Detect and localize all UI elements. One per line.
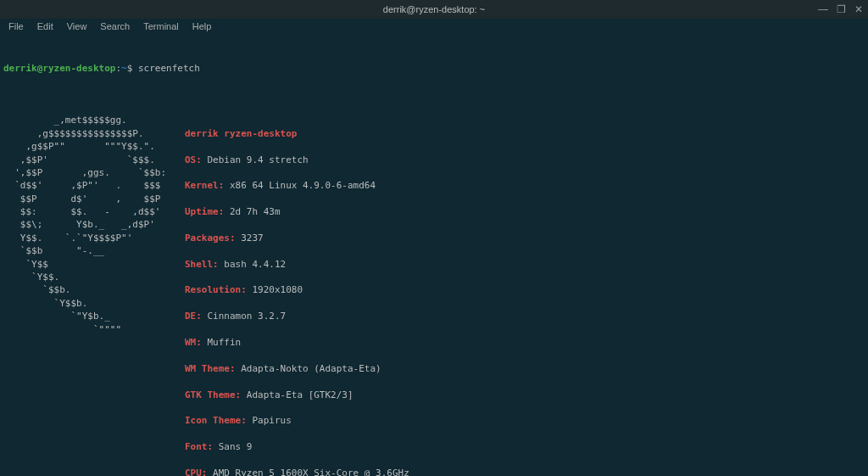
info-header: derrik ryzen-desktop [185, 128, 297, 139]
cpu-key: CPU: [185, 468, 208, 476]
de-val: Cinnamon 3.2.7 [202, 311, 286, 322]
de-key: DE: [185, 311, 202, 322]
os-val: Debian 9.4 stretch [202, 154, 309, 165]
icontheme-val: Papirus [247, 415, 292, 426]
gtktheme-val: Adapta-Eta [GTK2/3] [241, 389, 353, 400]
uptime-key: Uptime: [185, 206, 224, 217]
cpu-val: AMD Ryzen 5 1600X Six-Core @ 3.6GHz [207, 468, 409, 476]
titlebar: derrik@ryzen-desktop: ~ — ❐ ✕ [0, 0, 868, 19]
font-val: Sans 9 [213, 441, 252, 452]
menu-edit[interactable]: Edit [32, 21, 58, 31]
menu-view[interactable]: View [62, 21, 92, 31]
menu-search[interactable]: Search [95, 21, 135, 31]
packages-key: Packages: [185, 232, 236, 244]
menu-file[interactable]: File [3, 21, 29, 31]
wm-key: WM: [185, 337, 202, 348]
prompt-dollar: $ [127, 63, 133, 74]
uptime-val: 2d 7h 43m [224, 206, 280, 217]
close-icon[interactable]: ✕ [854, 3, 863, 15]
maximize-icon[interactable]: ❐ [837, 3, 846, 15]
resolution-key: Resolution: [185, 284, 247, 295]
wmtheme-val: Adapta-Nokto (Adapta-Eta) [236, 363, 381, 374]
kernel-val: x86 64 Linux 4.9.0-6-amd64 [224, 180, 376, 191]
prompt-path: ~ [121, 63, 127, 74]
icontheme-key: Icon Theme: [185, 415, 247, 426]
prompt-userhost: derrik@ryzen-desktop [3, 63, 115, 74]
kernel-key: Kernel: [185, 180, 224, 191]
window-controls: — ❐ ✕ [818, 3, 863, 15]
shell-key: Shell: [185, 259, 219, 270]
screenfetch-output: _,met$$$$$gg. ,g$$$$$$$$$$$$$$$P. ,g$$P"… [3, 114, 865, 476]
packages-val: 3237 [236, 232, 264, 244]
prompt-line-1: derrik@ryzen-desktop:~$ screenfetch [3, 62, 865, 75]
gtktheme-key: GTK Theme: [185, 389, 241, 400]
wm-val: Muffin [202, 337, 241, 348]
wmtheme-key: WM Theme: [185, 363, 236, 374]
shell-val: bash 4.4.12 [219, 259, 286, 270]
os-key: OS: [185, 154, 202, 165]
font-key: Font: [185, 441, 213, 452]
resolution-val: 1920x1080 [247, 284, 303, 295]
system-info: derrik ryzen-desktop OS: Debian 9.4 stre… [185, 114, 409, 476]
menu-terminal[interactable]: Terminal [138, 21, 184, 31]
terminal-body[interactable]: derrik@ryzen-desktop:~$ screenfetch _,me… [0, 34, 868, 476]
menubar: File Edit View Search Terminal Help [0, 19, 868, 34]
minimize-icon[interactable]: — [818, 3, 828, 15]
window-title: derrik@ryzen-desktop: ~ [383, 4, 485, 14]
ascii-logo: _,met$$$$$gg. ,g$$$$$$$$$$$$$$$P. ,g$$P"… [3, 114, 183, 476]
menu-help[interactable]: Help [187, 21, 217, 31]
command-text: screenfetch [138, 63, 200, 74]
